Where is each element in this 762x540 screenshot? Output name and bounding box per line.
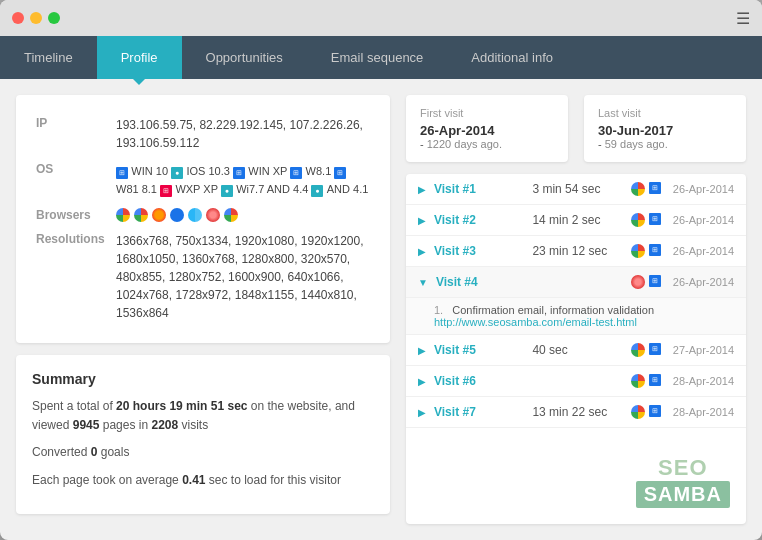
detail-link[interactable]: http://www.seosamba.com/email-test.html — [434, 316, 637, 328]
browsers-label: Browsers — [32, 203, 112, 227]
last-visit-ago: - 59 days ago. — [598, 138, 732, 150]
os-value: ⊞ WIN 10 ● IOS 10.3 ⊞ WIN XP ⊞ W8.1 ⊞ W8… — [112, 157, 374, 203]
seo-text: SEO — [636, 455, 730, 481]
visit5-arrow[interactable]: ▶ — [418, 345, 426, 356]
summary-load: Each page took on average 0.41 sec to lo… — [32, 471, 374, 490]
visit-row-2[interactable]: ▶ Visit #2 14 min 2 sec ⊞ 26-Apr-2014 — [406, 205, 746, 236]
visit1-date: 26-Apr-2014 — [673, 183, 734, 195]
summary-goals: Converted 0 goals — [32, 443, 374, 462]
and47-icon: ● — [221, 185, 233, 197]
visit1-os-icon: ⊞ — [649, 182, 661, 194]
visit5-date: 27-Apr-2014 — [673, 344, 734, 356]
tab-timeline[interactable]: Timeline — [0, 36, 97, 79]
visit6-arrow[interactable]: ▶ — [418, 376, 426, 387]
visit1-num: Visit #1 — [434, 182, 532, 196]
visit4-os-icon: ⊞ — [649, 275, 661, 287]
visit4-browser-icon — [631, 275, 645, 289]
visit3-date: 26-Apr-2014 — [673, 245, 734, 257]
visit1-arrow[interactable]: ▶ — [418, 184, 426, 195]
opera-icon — [206, 208, 220, 222]
visit3-duration: 23 min 12 sec — [532, 244, 630, 258]
visit4-date: 26-Apr-2014 — [673, 276, 734, 288]
visit7-arrow[interactable]: ▶ — [418, 407, 426, 418]
visit1-duration: 3 min 54 sec — [532, 182, 630, 196]
ios-icon: ● — [171, 167, 183, 179]
visit2-icons: ⊞ — [631, 213, 661, 227]
visit-row-7[interactable]: ▶ Visit #7 13 min 22 sec ⊞ 28-Apr-2014 — [406, 397, 746, 428]
title-bar: ☰ — [0, 0, 762, 36]
resolutions-label: Resolutions — [32, 227, 112, 327]
ie-icon — [170, 208, 184, 222]
visit-row-6[interactable]: ▶ Visit #6 ⊞ 28-Apr-2014 — [406, 366, 746, 397]
visit4-arrow[interactable]: ▼ — [418, 277, 428, 288]
visit2-arrow[interactable]: ▶ — [418, 215, 426, 226]
visit2-date: 26-Apr-2014 — [673, 214, 734, 226]
right-panel: First visit 26-Apr-2014 - 1220 days ago.… — [406, 95, 746, 524]
avg-load: 0.41 — [182, 473, 205, 487]
visit3-icons: ⊞ — [631, 244, 661, 258]
visit-row-1[interactable]: ▶ Visit #1 3 min 54 sec ⊞ 26-Apr-2014 — [406, 174, 746, 205]
resolutions-row: Resolutions 1366x768, 750x1334, 1920x108… — [32, 227, 374, 327]
last-visit-date: 30-Jun-2017 — [598, 123, 732, 138]
info-table: IP 193.106.59.75, 82.229.192.145, 107.2.… — [32, 111, 374, 327]
os-row: OS ⊞ WIN 10 ● IOS 10.3 ⊞ WIN XP ⊞ W8.1 ⊞ — [32, 157, 374, 203]
content-area: IP 193.106.59.75, 82.229.192.145, 107.2.… — [0, 79, 762, 540]
winxp-icon: ⊞ — [233, 167, 245, 179]
last-visit-card: Last visit 30-Jun-2017 - 59 days ago. — [584, 95, 746, 162]
tab-additional-info[interactable]: Additional info — [447, 36, 577, 79]
window-controls — [12, 12, 60, 24]
summary-time: 20 hours 19 min 51 sec — [116, 399, 247, 413]
visit-row-3[interactable]: ▶ Visit #3 23 min 12 sec ⊞ 26-Apr-2014 — [406, 236, 746, 267]
visit3-arrow[interactable]: ▶ — [418, 246, 426, 257]
summary-visits: 2208 — [151, 418, 178, 432]
visit4-icons: ⊞ — [631, 275, 661, 289]
w81-icon2: ⊞ — [334, 167, 346, 179]
visit7-os-icon: ⊞ — [649, 405, 661, 417]
visit5-os-icon: ⊞ — [649, 343, 661, 355]
visit5-duration: 40 sec — [532, 343, 630, 357]
browsers-row: Browsers — [32, 203, 374, 227]
visit6-browser-icon — [631, 374, 645, 388]
menu-icon[interactable]: ☰ — [736, 9, 750, 28]
detail-num: 1. — [434, 304, 443, 316]
firefox-icon — [152, 208, 166, 222]
summary-card: Summary Spent a total of 20 hours 19 min… — [16, 355, 390, 514]
visit-row-5[interactable]: ▶ Visit #5 40 sec ⊞ 27-Apr-2014 — [406, 335, 746, 366]
detail-text: Confirmation email, information validati… — [452, 304, 654, 316]
wixp-icon: ⊞ — [160, 185, 172, 197]
chrome-icon3 — [224, 208, 238, 222]
first-visit-label: First visit — [420, 107, 554, 119]
browser-icons — [116, 208, 370, 222]
tab-email-sequence[interactable]: Email sequence — [307, 36, 448, 79]
visit7-duration: 13 min 22 sec — [532, 405, 630, 419]
browsers-value — [112, 203, 374, 227]
goals-count: 0 — [91, 445, 98, 459]
visit-row-4[interactable]: ▼ Visit #4 ⊞ 26-Apr-2014 — [406, 267, 746, 298]
visit5-num: Visit #5 — [434, 343, 532, 357]
maximize-button[interactable] — [48, 12, 60, 24]
summary-text1: Spent a total of 20 hours 19 min 51 sec … — [32, 397, 374, 435]
ip-label: IP — [32, 111, 112, 157]
info-card: IP 193.106.59.75, 82.229.192.145, 107.2.… — [16, 95, 390, 343]
visit4-num: Visit #4 — [436, 275, 533, 289]
summary-pages: 9945 — [73, 418, 100, 432]
resolutions-value: 1366x768, 750x1334, 1920x1080, 1920x1200… — [112, 227, 374, 327]
visits-header: First visit 26-Apr-2014 - 1220 days ago.… — [406, 95, 746, 162]
seo-samba-logo: SEO SAMBA — [636, 455, 730, 508]
minimize-button[interactable] — [30, 12, 42, 24]
safari-icon — [188, 208, 202, 222]
nav-bar: Timeline Profile Opportunities Email seq… — [0, 36, 762, 79]
visit2-num: Visit #2 — [434, 213, 532, 227]
visit6-num: Visit #6 — [434, 374, 532, 388]
ip-value: 193.106.59.75, 82.229.192.145, 107.2.226… — [112, 111, 374, 157]
chrome-icon — [116, 208, 130, 222]
tab-profile[interactable]: Profile — [97, 36, 182, 79]
and41-icon: ● — [311, 185, 323, 197]
first-visit-ago: - 1220 days ago. — [420, 138, 554, 150]
visit5-icons: ⊞ — [631, 343, 661, 357]
close-button[interactable] — [12, 12, 24, 24]
visit3-browser-icon — [631, 244, 645, 258]
tab-opportunities[interactable]: Opportunities — [182, 36, 307, 79]
visit2-duration: 14 min 2 sec — [532, 213, 630, 227]
win10-icon: ⊞ — [116, 167, 128, 179]
